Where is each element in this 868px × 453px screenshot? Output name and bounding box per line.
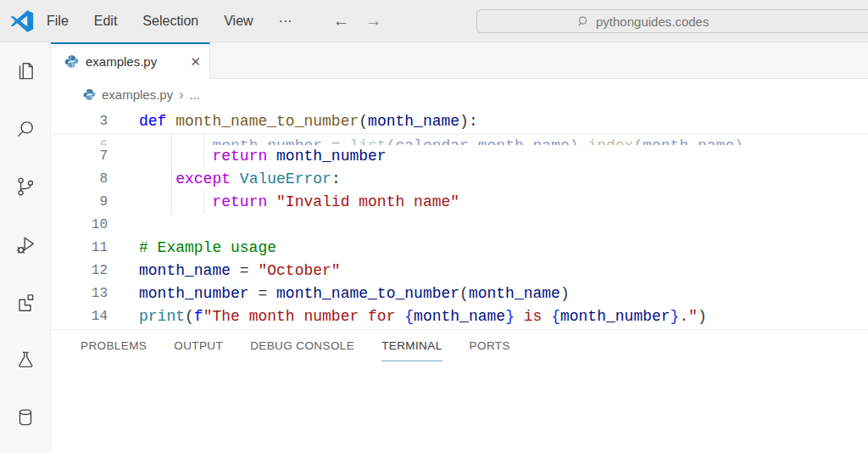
- code-text: # Example usage: [108, 237, 276, 260]
- breadcrumb-sub[interactable]: ...: [190, 87, 201, 102]
- menu-item-more[interactable]: ···: [279, 14, 292, 29]
- panel-tab-bar: PROBLEMS OUTPUT DEBUG CONSOLE TERMINAL P…: [51, 330, 868, 361]
- testing-icon[interactable]: [14, 349, 36, 371]
- extensions-icon[interactable]: [14, 291, 36, 313]
- code-line[interactable]: 11# Example usage: [51, 237, 868, 260]
- line-number: 11: [51, 237, 108, 260]
- code-text: return month_number: [108, 145, 387, 168]
- code-text: [108, 214, 139, 237]
- panel-tab-terminal[interactable]: TERMINAL: [381, 339, 442, 361]
- line-number: 9: [51, 191, 108, 214]
- editor-tab-strip: examples.py ✕: [51, 42, 868, 79]
- bottom-panel: PROBLEMS OUTPUT DEBUG CONSOLE TERMINAL P…: [51, 329, 868, 453]
- command-center-search[interactable]: pythonguides.codes: [476, 9, 868, 33]
- code-lines: 3def month_name_to_number(month_name):6 …: [51, 110, 868, 328]
- chevron-right-icon: ›: [179, 87, 183, 103]
- code-line[interactable]: 7 return month_number: [51, 145, 868, 168]
- code-line[interactable]: 8 except ValueError:: [51, 168, 868, 191]
- search-query: pythonguides.codes: [596, 14, 709, 29]
- breadcrumb[interactable]: examples.py › ...: [51, 79, 868, 110]
- code-text: print(f"The month number for {month_name…: [108, 305, 707, 328]
- line-number: 3: [51, 110, 108, 133]
- python-file-icon: [64, 54, 79, 69]
- menu-item-selection[interactable]: Selection: [142, 14, 198, 29]
- line-number: 14: [51, 305, 108, 328]
- breadcrumb-file[interactable]: examples.py: [102, 87, 173, 102]
- line-number: 10: [51, 214, 108, 237]
- line-number: 6: [51, 135, 108, 145]
- line-number: 7: [51, 145, 108, 168]
- code-text: month_number = month_name_to_number(mont…: [108, 282, 570, 305]
- line-number: 12: [51, 260, 108, 282]
- tab-label: examples.py: [86, 54, 157, 69]
- line-number: 8: [51, 168, 108, 191]
- code-line[interactable]: 12month_name = "October": [51, 260, 868, 282]
- indent-guide: [203, 191, 204, 214]
- vscode-window: File Edit Selection View ··· ← → pythong…: [0, 0, 868, 453]
- menu-bar: File Edit Selection View ···: [47, 14, 292, 29]
- run-and-debug-icon[interactable]: [14, 233, 36, 255]
- code-text: except ValueError:: [108, 168, 341, 191]
- code-line[interactable]: 6 month_number = list(calendar.month_nam…: [51, 133, 868, 145]
- panel-tab-output[interactable]: OUTPUT: [174, 339, 223, 361]
- code-line[interactable]: 14print(f"The month number for {month_na…: [51, 305, 868, 328]
- line-number: 13: [51, 282, 108, 305]
- code-editor[interactable]: 3def month_name_to_number(month_name):6 …: [51, 110, 868, 329]
- code-text: return "Invalid month name": [108, 191, 459, 214]
- indent-guide: [203, 133, 204, 168]
- source-control-icon[interactable]: [14, 176, 36, 198]
- tab-examples-py[interactable]: examples.py ✕: [51, 42, 210, 79]
- code-line[interactable]: 10: [51, 214, 868, 237]
- code-line[interactable]: 3def month_name_to_number(month_name):: [51, 110, 868, 133]
- tab-close-icon[interactable]: ✕: [190, 54, 201, 70]
- panel-tab-ports[interactable]: PORTS: [470, 339, 510, 361]
- menu-item-view[interactable]: View: [224, 14, 253, 29]
- menu-item-edit[interactable]: Edit: [94, 14, 118, 29]
- panel-tab-debug-console[interactable]: DEBUG CONSOLE: [250, 339, 354, 361]
- nav-forward-icon[interactable]: →: [365, 11, 382, 31]
- panel-tab-problems[interactable]: PROBLEMS: [81, 339, 147, 361]
- search-icon: [577, 15, 590, 28]
- vscode-logo-icon: [9, 8, 35, 34]
- activity-bar: [0, 42, 51, 453]
- code-text: def month_name_to_number(month_name):: [108, 110, 478, 133]
- nav-back-icon[interactable]: ←: [333, 11, 350, 31]
- terminal[interactable]: env/Scripts/python.exe c:/Users/ADMIN/On…: [51, 361, 868, 453]
- explorer-icon[interactable]: [14, 60, 36, 82]
- search-sidebar-icon[interactable]: [14, 118, 36, 140]
- code-line[interactable]: 13month_number = month_name_to_number(mo…: [51, 282, 868, 305]
- menu-item-file[interactable]: File: [47, 14, 69, 29]
- python-file-icon: [83, 88, 96, 101]
- title-bar: File Edit Selection View ··· ← → pythong…: [0, 0, 868, 42]
- database-icon[interactable]: [14, 406, 36, 428]
- code-line[interactable]: 9 return "Invalid month name": [51, 191, 868, 214]
- code-text: month_name = "October": [108, 260, 341, 282]
- indent-guide: [171, 133, 172, 214]
